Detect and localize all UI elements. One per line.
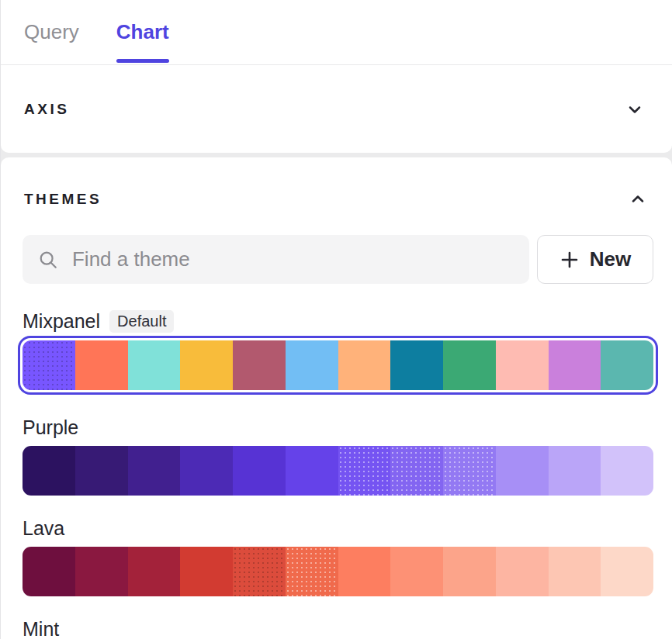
swatch[interactable]: [75, 446, 128, 496]
swatch[interactable]: [496, 340, 549, 390]
swatch[interactable]: [496, 446, 549, 496]
theme-swatch-strip[interactable]: [23, 340, 653, 390]
swatch[interactable]: [390, 340, 443, 390]
swatch[interactable]: [180, 446, 233, 496]
swatch[interactable]: [601, 340, 653, 390]
theme-name: Mixpanel: [23, 310, 100, 333]
swatch[interactable]: [549, 547, 601, 596]
swatch[interactable]: [338, 446, 391, 496]
swatch[interactable]: [128, 340, 181, 390]
theme-default-badge: Default: [109, 310, 174, 333]
swatch[interactable]: [443, 446, 496, 496]
swatch[interactable]: [180, 547, 233, 596]
theme-swatch-strip[interactable]: [23, 547, 653, 596]
swatch[interactable]: [23, 446, 75, 496]
theme-row: Mint: [23, 617, 653, 639]
theme-search-row: New: [23, 235, 653, 284]
swatch[interactable]: [443, 340, 496, 390]
axis-section-header[interactable]: AXIS: [1, 65, 672, 153]
theme-name: Lava: [23, 517, 64, 540]
swatch[interactable]: [128, 446, 181, 496]
search-icon: [38, 249, 58, 271]
swatch[interactable]: [286, 547, 338, 596]
swatch[interactable]: [390, 446, 443, 496]
theme-row: Lava: [23, 516, 653, 596]
swatch[interactable]: [496, 547, 549, 596]
chart-settings-panel: Query Chart AXIS THEMES: [1, 0, 672, 639]
axis-section-title: AXIS: [24, 101, 69, 118]
theme-swatch-ring: [18, 336, 658, 395]
theme-swatch-strip[interactable]: [23, 446, 653, 496]
swatch[interactable]: [549, 446, 601, 496]
new-theme-button-label: New: [590, 247, 631, 271]
theme-row: Purple: [23, 415, 653, 496]
swatch[interactable]: [233, 446, 286, 496]
swatch[interactable]: [180, 340, 233, 390]
swatch[interactable]: [549, 340, 601, 390]
swatch[interactable]: [23, 547, 75, 596]
swatch[interactable]: [23, 340, 75, 390]
swatch[interactable]: [338, 340, 391, 390]
swatch[interactable]: [601, 446, 653, 496]
tab-query-label: Query: [24, 20, 79, 44]
themes-section-header[interactable]: THEMES: [23, 157, 653, 218]
swatch[interactable]: [75, 547, 128, 596]
tabbar: Query Chart: [1, 0, 672, 65]
swatch[interactable]: [286, 446, 338, 496]
theme-name: Mint: [23, 618, 59, 639]
tab-chart[interactable]: Chart: [116, 0, 169, 64]
swatch[interactable]: [601, 547, 653, 596]
tab-query[interactable]: Query: [24, 0, 79, 64]
theme-row: Mixpanel Default: [23, 309, 653, 395]
themes-section: THEMES New: [1, 157, 672, 639]
chevron-down-icon[interactable]: [625, 100, 644, 119]
new-theme-button[interactable]: New: [537, 235, 653, 284]
tab-chart-label: Chart: [116, 20, 169, 44]
swatch[interactable]: [286, 340, 338, 390]
swatch[interactable]: [233, 547, 286, 596]
swatch[interactable]: [390, 547, 443, 596]
swatch[interactable]: [338, 547, 391, 596]
swatch[interactable]: [443, 547, 496, 596]
plus-icon: [559, 250, 580, 270]
theme-name: Purple: [23, 416, 78, 439]
theme-search-box[interactable]: [23, 235, 529, 284]
chevron-up-icon[interactable]: [629, 190, 647, 209]
swatch[interactable]: [128, 547, 181, 596]
themes-section-title: THEMES: [24, 191, 102, 208]
swatch[interactable]: [75, 340, 128, 390]
swatch[interactable]: [233, 340, 286, 390]
theme-search-input[interactable]: [72, 247, 514, 271]
